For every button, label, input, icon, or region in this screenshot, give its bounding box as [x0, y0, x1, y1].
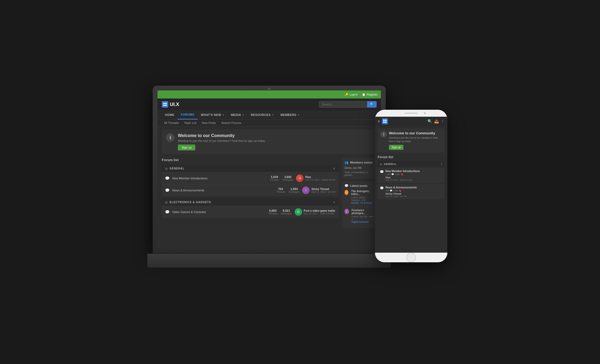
forum-list-main: Forum list ▤ GENERAL ∧ — [162, 158, 339, 230]
svg-rect-1 — [165, 103, 167, 104]
signup-button[interactable]: Sign up — [178, 145, 195, 150]
phone-forum-stats-1: 1,034 💬 3,682 🔖 — [385, 173, 442, 176]
phone-forum-latest-title-2[interactable]: Sticky Thread — [385, 192, 442, 195]
latest-post-2: I Freelance photogra... Latest: Ian Hitt… — [344, 209, 374, 225]
category-general-header[interactable]: ▤ GENERAL ∧ — [162, 165, 339, 172]
avatar-prock: D — [295, 208, 302, 216]
forum-row-icon-news: 💬 — [165, 188, 170, 192]
logo-text: UI.X — [170, 102, 179, 107]
register-link[interactable]: 📋 Register — [362, 93, 378, 96]
laptop-base — [147, 254, 391, 268]
phone-cat-name: GENERAL — [384, 163, 397, 165]
members-online-widget: 👥 Members online Demo, Ian Hitt Total: 1… — [342, 158, 377, 179]
phone-forum-name-2[interactable]: News & Announcements — [385, 186, 442, 189]
phone-camera — [424, 112, 426, 114]
phone-forum-name-1[interactable]: New Member Introductions — [385, 170, 442, 173]
subnav-new-posts[interactable]: New Posts — [200, 120, 218, 126]
phone-more-icon[interactable]: ⋮ — [441, 119, 445, 123]
category-electronics: ▤ ELECTRONICS & GADGETS ∧ 💬 Video Games … — [162, 198, 339, 218]
phone-forum-icon-1: 💬 — [380, 170, 384, 174]
laptop-camera — [268, 88, 270, 90]
category-icon: ▤ — [165, 167, 167, 170]
members-online-icon: 👥 — [344, 161, 348, 164]
category-toggle-icon[interactable]: ∧ — [333, 166, 335, 170]
forum-stats-vg-messages: 9,021 Messages — [281, 209, 292, 215]
latest-post-cat-2[interactable]: Digital Cameras — [352, 221, 374, 223]
category-electronics-toggle[interactable]: ∧ — [333, 200, 335, 204]
subnav-search-forums[interactable]: Search Forums — [219, 120, 243, 126]
subnav-topic-list[interactable]: Topic List — [182, 120, 198, 126]
latest-post-title-2[interactable]: Freelance photogra... — [352, 209, 374, 215]
latest-post-avatar-1: D — [344, 190, 348, 195]
phone-welcome-subtitle: Wanting to join the rest of our members?… — [389, 136, 442, 143]
latest-post-title-1[interactable]: The Avengers: Infini... — [351, 190, 374, 196]
laptop-screen: 🔑 Log in 📋 Register — [158, 90, 381, 249]
phone-info-icon: ℹ — [380, 131, 387, 138]
latest-post-avatar-2: I — [344, 209, 349, 214]
avatar-hiya: H — [296, 175, 303, 182]
phone-category-general[interactable]: ▤ GENERAL ∧ — [378, 161, 445, 167]
phone-speaker — [404, 113, 418, 114]
nav-members[interactable]: MEMBERS ▼ — [277, 111, 303, 119]
forum-header: UI.X 🔍 — [158, 98, 381, 110]
sub-nav: All Threads Topic List New Posts Search … — [158, 120, 381, 126]
forum-row-video-games: 💬 Video Games & Consoles 5,684 Threads 9… — [162, 206, 339, 218]
phone-forum-row-2: 💬 News & Announcements 704 💬 1,994 🔖 Sti… — [378, 184, 445, 199]
svg-rect-6 — [383, 122, 385, 123]
phone-signup-button[interactable]: Sign up — [389, 145, 403, 150]
forum-row-icon-vg: 💬 — [165, 210, 170, 214]
laptop-body: 🔑 Log in 📋 Register — [153, 86, 386, 254]
forum-row-new-member: 💬 New Member Introductions 1,034 Threads… — [162, 172, 339, 184]
forum-name-new-member[interactable]: New Member Introductions — [172, 177, 266, 180]
phone-search-icon[interactable]: 🔍 — [428, 119, 432, 123]
phone-cat-toggle[interactable]: ∧ — [441, 162, 442, 165]
svg-rect-0 — [163, 103, 165, 104]
nav-media[interactable]: MEDIA ▼ — [228, 111, 248, 119]
category-general: ▤ GENERAL ∧ 💬 New Member Introductions — [162, 165, 339, 196]
nav-whats-new[interactable]: WHAT'S NEW ▼ — [198, 111, 228, 119]
latest-post-meta-2: Latest: Ian Hitt · Nov 1... — [352, 215, 374, 221]
info-icon: ℹ — [166, 133, 175, 142]
phone: ≡ 🔍 📤 ⋮ — [375, 110, 447, 262]
nav-resources[interactable]: RESOURCES ▼ — [248, 111, 277, 119]
phone-notch-bar — [375, 110, 447, 117]
phone-menu-icon[interactable]: ≡ — [378, 119, 380, 123]
phone-forum-latest-title-1[interactable]: Hiya — [385, 176, 442, 179]
phone-welcome-title: Welcome to our Community — [389, 131, 442, 135]
online-total: Total: 10 (members: 2, guests... — [344, 171, 374, 176]
top-bar: 🔑 Log in 📋 Register — [158, 90, 381, 98]
svg-rect-3 — [165, 105, 167, 106]
phone-forum-stats-2: 704 💬 1,994 🔖 — [385, 189, 442, 192]
register-icon: 📋 — [362, 93, 366, 96]
search-button[interactable]: 🔍 — [367, 101, 377, 108]
forum-list-title: Forum list — [162, 158, 339, 162]
category-electronics-header[interactable]: ▤ ELECTRONICS & GADGETS ∧ — [162, 198, 339, 206]
search-bar: 🔍 — [319, 101, 377, 108]
nav-forums[interactable]: FORUMS — [178, 110, 198, 119]
scene: 🔑 Log in 📋 Register — [153, 86, 447, 278]
phone-forum-icon-2: 💬 — [380, 186, 384, 190]
forum-stats-messages: 3,682 Messages — [282, 175, 293, 181]
search-input[interactable] — [319, 101, 367, 108]
login-link[interactable]: 🔑 Log in — [345, 93, 358, 96]
forum-sidebar: 👥 Members online Demo, Ian Hitt Total: 1… — [342, 158, 377, 230]
forum-stats-threads: 1,034 Threads — [269, 175, 280, 181]
svg-rect-2 — [163, 105, 165, 106]
latest-posts-title: 💬 Latest posts — [344, 184, 374, 188]
forum-stats-vg-threads: 5,684 Threads — [268, 209, 278, 215]
phone-logo[interactable] — [382, 118, 388, 124]
latest-posts-icon: 💬 — [344, 184, 348, 188]
phone-share-icon[interactable]: 📤 — [434, 119, 439, 123]
nav-home[interactable]: HOME — [162, 111, 178, 119]
logo[interactable]: UI.X — [162, 101, 179, 108]
laptop: 🔑 Log in 📋 Register — [153, 86, 386, 268]
phone-home-button[interactable] — [406, 253, 416, 262]
subnav-all-threads[interactable]: All Threads — [162, 120, 181, 126]
phone-screen: ≡ 🔍 📤 ⋮ — [375, 117, 447, 253]
forum-name-vg[interactable]: Video Games & Consoles — [172, 210, 265, 214]
forum-latest-vg: D Post a video game trailer Nov 14, 2017… — [295, 208, 335, 216]
forum-name-news[interactable]: News & Announcements — [172, 189, 272, 192]
phone-forum-list-title: Forum list — [378, 155, 445, 159]
latest-post-cat-1[interactable]: Movies, TV & Music — [351, 202, 374, 204]
login-icon: 🔑 — [345, 93, 348, 96]
